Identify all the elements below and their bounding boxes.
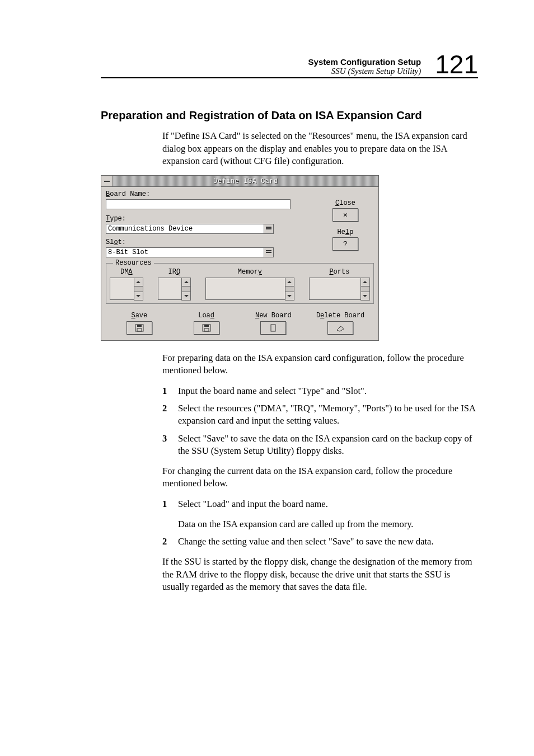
define-isa-card-dialog: Define ISA Card Board Name: Type: Slot: … [101,175,379,341]
step-text: Change the setting value and then select… [178,536,434,547]
type-dropdown-button[interactable] [264,224,274,234]
step-subtext: Data on the ISA expansion card are calle… [178,518,478,530]
svg-rect-1 [137,325,142,327]
new-document-icon [268,324,278,332]
load-button[interactable] [194,321,219,335]
memory-label: Memory [238,268,262,276]
slot-combo[interactable] [106,247,264,257]
scroll-up-icon[interactable] [360,278,370,287]
scroll-down-icon[interactable] [285,292,294,300]
scroll-up-icon[interactable] [181,278,191,287]
load-label: Load [176,312,237,320]
scroll-down-icon[interactable] [360,292,370,300]
prep-steps-list: 1Input the board name and select "Type" … [162,385,478,457]
dma-label: DMA [120,268,133,276]
change-intro-paragraph: For changing the current data on the ISA… [162,465,478,490]
resources-groupbox: Resources DMA [106,263,374,304]
save-label: Save [109,312,170,320]
list-item: 2Change the setting value and then selec… [162,536,478,548]
close-label: Close [318,199,373,207]
list-item: 1Select "Load" and input the board name. [162,498,478,510]
new-board-button[interactable] [260,321,286,335]
svg-rect-6 [271,325,275,331]
list-item: 1Input the board name and select "Type" … [162,385,478,397]
step-text: Select the resources ("DMA", "IRQ", "Mem… [178,403,475,426]
change-steps-list-cont: 2Change the setting value and then selec… [162,536,478,548]
floppy-disk-icon [202,324,212,332]
memory-listbox[interactable] [205,278,285,300]
prep-intro-paragraph: For preparing data on the ISA expansion … [162,352,478,377]
scroll-down-icon[interactable] [181,292,191,300]
ports-label: Ports [329,268,349,276]
dialog-title: Define ISA Card [113,176,378,186]
list-item: 2Select the resources ("DMA", "IRQ", "Me… [162,402,478,428]
step-text: Input the board name and select "Type" a… [178,386,367,396]
delete-board-button[interactable] [327,321,353,335]
svg-rect-2 [137,328,142,331]
resources-legend: Resources [113,259,154,267]
scroll-up-icon[interactable] [285,278,294,287]
section-heading: Preparation and Registration of Data on … [101,109,478,122]
header-section: System Configuration Setup [308,57,421,67]
close-button[interactable]: ✕ [332,208,358,222]
list-item: 3Select "Save" to save the data on the I… [162,433,478,458]
new-board-label: New Board [242,312,304,320]
irq-label: IRQ [168,268,180,276]
intro-paragraph: If "Define ISA Card" is selected on the … [162,130,478,167]
save-button[interactable] [127,321,152,335]
type-combo[interactable] [106,224,264,234]
floppy-disk-icon [134,324,144,332]
board-name-label: Board Name: [106,190,374,198]
eraser-icon [335,324,345,332]
step-text: Select "Save" to save the data on the IS… [178,433,472,456]
board-name-input[interactable] [106,199,291,209]
help-button[interactable]: ? [332,237,358,251]
change-steps-list: 1Select "Load" and input the board name. [162,498,478,510]
system-menu-icon[interactable] [101,176,113,186]
help-label: Help [318,228,373,236]
scroll-up-icon[interactable] [134,278,143,287]
header-subsection: SSU (System Setup Utility) [308,67,421,76]
ports-listbox[interactable] [309,278,361,300]
irq-listbox[interactable] [158,278,182,300]
dma-listbox[interactable] [110,278,134,300]
scroll-down-icon[interactable] [134,292,143,300]
svg-rect-5 [204,328,209,331]
svg-rect-4 [204,325,209,327]
page-number: 121 [435,53,478,76]
footer-paragraph: If the SSU is started by the floppy disk… [162,556,478,593]
running-header: System Configuration Setup SSU (System S… [101,53,478,78]
delete-board-label: Delete Board [310,312,371,320]
step-text: Select "Load" and input the board name. [178,499,328,509]
slot-dropdown-button[interactable] [264,247,274,257]
